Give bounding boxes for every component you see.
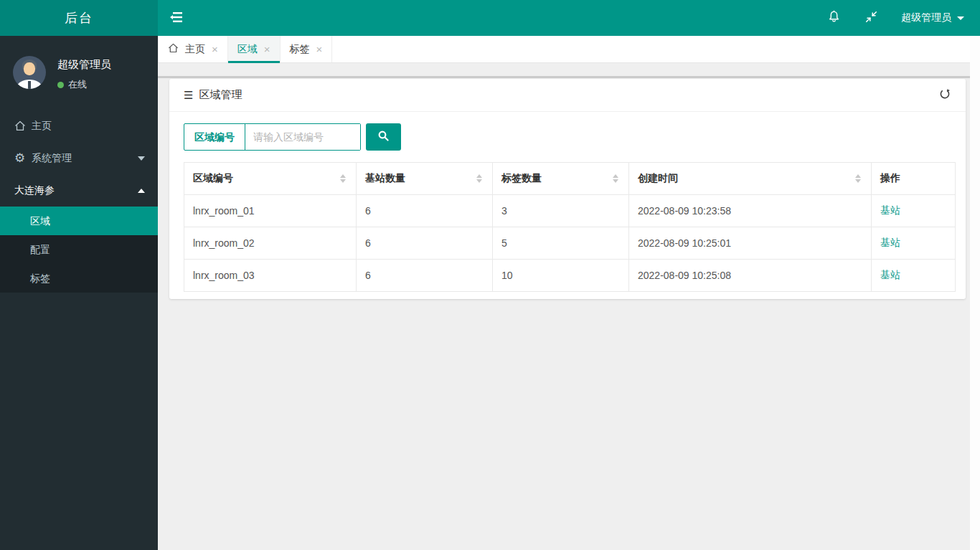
cell-tags: 10 (493, 260, 629, 292)
column-header-region-id[interactable]: 区域编号 (184, 163, 357, 195)
sidebar-item-label: 主页 (32, 120, 52, 133)
app-logo[interactable]: 后台 (0, 0, 158, 36)
sidebar-item-dalian-haishen[interactable]: 大连海参 (0, 174, 158, 207)
sidebar-item-config[interactable]: 配置 (0, 235, 158, 264)
search-field-label: 区域编号 (184, 124, 245, 150)
table-row: lnrx_room_02 6 5 2022-08-09 10:25:01 基站 (184, 227, 956, 260)
cell-created: 2022-08-09 10:25:01 (629, 227, 872, 260)
sort-icon[interactable] (340, 174, 347, 183)
sidebar-item-label: 配置 (30, 244, 50, 255)
navbar-right-group: 超级管理员 (815, 0, 973, 36)
user-menu-label: 超级管理员 (901, 11, 951, 24)
home-icon (168, 43, 179, 55)
chevron-up-icon (138, 189, 145, 193)
sidebar-toggle-icon (170, 12, 183, 24)
sidebar-user-status: 在线 (57, 78, 111, 91)
column-header-actions: 操作 (872, 163, 956, 195)
close-icon[interactable]: × (264, 44, 270, 54)
sort-icon[interactable] (855, 174, 862, 183)
base-station-link[interactable]: 基站 (880, 204, 900, 216)
cell-stations: 6 (357, 260, 493, 292)
sidebar-toggle-button[interactable] (158, 0, 195, 36)
sidebar-user-name: 超级管理员 (57, 58, 111, 72)
sidebar-item-label: 系统管理 (32, 152, 72, 165)
refresh-icon (938, 87, 951, 103)
cell-stations: 6 (357, 227, 493, 260)
close-icon[interactable]: × (316, 44, 323, 54)
search-icon (377, 130, 390, 144)
cell-stations: 6 (357, 195, 493, 227)
list-menu-icon: ☰ (184, 89, 193, 102)
panel-header: ☰ 区域管理 (169, 79, 966, 112)
tab-region[interactable]: 区域 × (228, 36, 281, 62)
chevron-down-icon (957, 16, 964, 20)
cell-tags: 3 (493, 195, 629, 227)
sidebar-item-label: 大连海参 (14, 184, 55, 197)
cell-region-id: lnrx_room_02 (184, 227, 357, 260)
sidebar-user-panel: 超级管理员 在线 (0, 36, 158, 98)
sort-icon[interactable] (613, 174, 620, 183)
table-header-row: 区域编号 基站数量 标签数量 创建时间 (184, 163, 956, 195)
content-area: ☰ 区域管理 区域编号 (158, 63, 970, 550)
base-station-link[interactable]: 基站 (880, 237, 900, 248)
sidebar: 超级管理员 在线 主页 ⚙ 系统管理 大连海参 (0, 36, 158, 550)
content-divider (158, 76, 970, 78)
cell-tags: 5 (493, 227, 629, 260)
cell-region-id: lnrx_room_01 (184, 195, 357, 227)
sidebar-item-region[interactable]: 区域 (0, 207, 158, 235)
column-header-tags[interactable]: 标签数量 (493, 163, 629, 195)
panel-title-text: 区域管理 (199, 88, 242, 102)
base-station-link[interactable]: 基站 (880, 269, 900, 280)
tab-label: 区域 (237, 43, 258, 56)
compress-icon (865, 11, 877, 25)
sidebar-item-tags[interactable]: 标签 (0, 264, 158, 293)
table-row: lnrx_room_03 6 10 2022-08-09 10:25:08 基站 (184, 260, 956, 292)
tab-label: 标签 (290, 43, 310, 56)
regions-table: 区域编号 基站数量 标签数量 创建时间 (184, 162, 956, 292)
sidebar-item-home[interactable]: 主页 (0, 110, 158, 142)
sidebar-item-label: 标签 (30, 272, 50, 284)
online-status-label: 在线 (68, 78, 87, 91)
sidebar-submenu: 区域 配置 标签 (0, 207, 158, 293)
region-management-panel: ☰ 区域管理 区域编号 (169, 79, 966, 299)
user-menu-button[interactable]: 超级管理员 (890, 0, 973, 36)
search-input-group: 区域编号 (184, 123, 361, 151)
close-icon[interactable]: × (212, 44, 218, 54)
panel-body: 区域编号 区域编号 (169, 112, 966, 299)
online-status-dot (57, 82, 64, 88)
top-navbar: 后台 (0, 0, 980, 36)
search-row: 区域编号 (184, 123, 955, 151)
sort-icon[interactable] (476, 174, 484, 183)
table-row: lnrx_room_01 6 3 2022-08-09 10:23:58 基站 (184, 195, 956, 227)
cell-region-id: lnrx_room_03 (184, 260, 357, 292)
bell-icon (827, 10, 841, 26)
cell-created: 2022-08-09 10:23:58 (629, 195, 872, 227)
tab-tags[interactable]: 标签 × (281, 36, 333, 62)
gear-icon: ⚙ (14, 152, 32, 164)
refresh-button[interactable] (934, 85, 956, 106)
avatar (13, 56, 46, 89)
panel-title: ☰ 区域管理 (184, 88, 242, 102)
chevron-down-icon (138, 156, 145, 161)
column-header-stations[interactable]: 基站数量 (357, 163, 493, 195)
sidebar-menu: 主页 ⚙ 系统管理 大连海参 区域 配置 标签 (0, 110, 158, 293)
tab-label: 主页 (185, 43, 205, 56)
fullscreen-button[interactable] (853, 0, 890, 36)
search-button[interactable] (366, 123, 401, 151)
sidebar-item-label: 区域 (30, 215, 50, 227)
notifications-button[interactable] (815, 0, 853, 36)
vertical-scrollbar[interactable] (970, 36, 980, 550)
tab-home[interactable]: 主页 × (158, 36, 228, 62)
search-input[interactable] (245, 124, 360, 150)
sidebar-item-system-management[interactable]: ⚙ 系统管理 (0, 142, 158, 174)
column-header-created[interactable]: 创建时间 (629, 163, 872, 195)
home-icon (14, 120, 32, 131)
cell-created: 2022-08-09 10:25:08 (629, 260, 872, 292)
tab-bar: 主页 × 区域 × 标签 × (158, 36, 980, 63)
